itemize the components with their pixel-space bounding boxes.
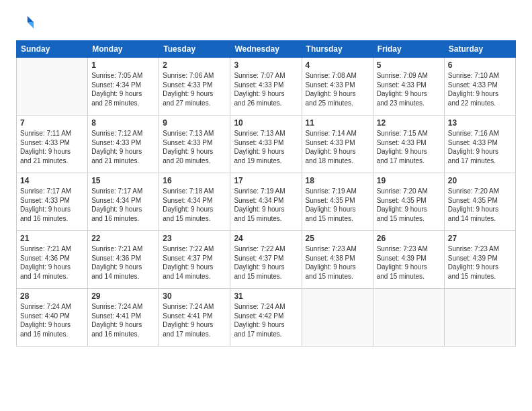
day-info: Sunrise: 7:21 AM Sunset: 4:36 PM Dayligh… [91, 244, 155, 281]
day-number: 7 [20, 118, 84, 128]
calendar-cell: 10Sunrise: 7:13 AM Sunset: 4:33 PM Dayli… [230, 116, 302, 173]
header [16, 13, 516, 32]
day-info: Sunrise: 7:07 AM Sunset: 4:33 PM Dayligh… [234, 71, 298, 107]
calendar-cell: 9Sunrise: 7:13 AM Sunset: 4:33 PM Daylig… [159, 116, 230, 173]
calendar-header: SundayMondayTuesdayWednesdayThursdayFrid… [17, 41, 516, 58]
day-info: Sunrise: 7:23 AM Sunset: 4:39 PM Dayligh… [448, 244, 512, 281]
calendar-cell: 29Sunrise: 7:24 AM Sunset: 4:41 PM Dayli… [88, 289, 159, 347]
day-info: Sunrise: 7:21 AM Sunset: 4:36 PM Dayligh… [20, 244, 84, 281]
calendar-week-row: 1Sunrise: 7:05 AM Sunset: 4:34 PM Daylig… [17, 58, 516, 116]
day-info: Sunrise: 7:10 AM Sunset: 4:33 PM Dayligh… [448, 71, 512, 107]
day-number: 25 [306, 234, 369, 243]
day-number: 14 [20, 176, 84, 185]
day-number: 16 [163, 176, 226, 185]
day-number: 4 [306, 60, 369, 70]
day-number: 9 [163, 118, 226, 128]
day-info: Sunrise: 7:16 AM Sunset: 4:33 PM Dayligh… [448, 129, 512, 165]
logo [16, 13, 38, 32]
calendar-cell: 1Sunrise: 7:05 AM Sunset: 4:34 PM Daylig… [88, 58, 159, 116]
day-number: 31 [234, 291, 298, 301]
calendar-cell: 11Sunrise: 7:14 AM Sunset: 4:33 PM Dayli… [302, 116, 373, 173]
day-number: 20 [448, 176, 512, 185]
calendar-cell: 16Sunrise: 7:18 AM Sunset: 4:34 PM Dayli… [159, 173, 230, 231]
calendar-cell: 7Sunrise: 7:11 AM Sunset: 4:33 PM Daylig… [17, 116, 88, 173]
weekday-header-row: SundayMondayTuesdayWednesdayThursdayFrid… [17, 41, 516, 58]
day-number: 30 [163, 291, 226, 301]
calendar-cell: 3Sunrise: 7:07 AM Sunset: 4:33 PM Daylig… [230, 58, 302, 116]
calendar-cell: 6Sunrise: 7:10 AM Sunset: 4:33 PM Daylig… [444, 58, 515, 116]
day-info: Sunrise: 7:20 AM Sunset: 4:35 PM Dayligh… [448, 187, 512, 223]
day-number: 3 [234, 60, 298, 70]
day-info: Sunrise: 7:22 AM Sunset: 4:37 PM Dayligh… [163, 244, 226, 281]
calendar-cell [444, 289, 515, 347]
day-number: 15 [91, 176, 155, 185]
day-info: Sunrise: 7:19 AM Sunset: 4:34 PM Dayligh… [234, 187, 298, 223]
calendar-cell [373, 289, 444, 347]
day-info: Sunrise: 7:13 AM Sunset: 4:33 PM Dayligh… [163, 129, 226, 165]
calendar-cell: 12Sunrise: 7:15 AM Sunset: 4:33 PM Dayli… [373, 116, 444, 173]
calendar-cell: 30Sunrise: 7:24 AM Sunset: 4:41 PM Dayli… [159, 289, 230, 347]
calendar-cell: 14Sunrise: 7:17 AM Sunset: 4:33 PM Dayli… [17, 173, 88, 231]
logo-icon [16, 13, 35, 32]
day-info: Sunrise: 7:17 AM Sunset: 4:33 PM Dayligh… [20, 187, 84, 223]
calendar-cell: 31Sunrise: 7:24 AM Sunset: 4:42 PM Dayli… [230, 289, 302, 347]
calendar-cell: 17Sunrise: 7:19 AM Sunset: 4:34 PM Dayli… [230, 173, 302, 231]
calendar-cell: 27Sunrise: 7:23 AM Sunset: 4:39 PM Dayli… [444, 231, 515, 289]
day-number: 24 [234, 234, 298, 243]
day-info: Sunrise: 7:05 AM Sunset: 4:34 PM Dayligh… [91, 71, 155, 107]
day-info: Sunrise: 7:20 AM Sunset: 4:35 PM Dayligh… [377, 187, 441, 223]
day-number: 8 [91, 118, 155, 128]
calendar-body: 1Sunrise: 7:05 AM Sunset: 4:34 PM Daylig… [17, 58, 516, 347]
day-number: 17 [234, 176, 298, 185]
day-info: Sunrise: 7:12 AM Sunset: 4:33 PM Dayligh… [91, 129, 155, 165]
calendar-cell: 18Sunrise: 7:19 AM Sunset: 4:35 PM Dayli… [302, 173, 373, 231]
calendar-cell: 13Sunrise: 7:16 AM Sunset: 4:33 PM Dayli… [444, 116, 515, 173]
day-number: 28 [20, 291, 84, 301]
day-info: Sunrise: 7:11 AM Sunset: 4:33 PM Dayligh… [20, 129, 84, 165]
page: SundayMondayTuesdayWednesdayThursdayFrid… [0, 0, 532, 411]
day-number: 11 [306, 118, 369, 128]
day-number: 2 [163, 60, 226, 70]
day-info: Sunrise: 7:19 AM Sunset: 4:35 PM Dayligh… [306, 187, 369, 223]
weekday-header-cell: Thursday [302, 41, 373, 58]
day-number: 29 [91, 291, 155, 301]
day-info: Sunrise: 7:22 AM Sunset: 4:37 PM Dayligh… [234, 244, 298, 281]
calendar-cell [17, 58, 88, 116]
day-info: Sunrise: 7:15 AM Sunset: 4:33 PM Dayligh… [377, 129, 441, 165]
day-info: Sunrise: 7:18 AM Sunset: 4:34 PM Dayligh… [163, 187, 226, 223]
day-info: Sunrise: 7:13 AM Sunset: 4:33 PM Dayligh… [234, 129, 298, 165]
day-info: Sunrise: 7:24 AM Sunset: 4:40 PM Dayligh… [20, 302, 84, 338]
weekday-header-cell: Saturday [444, 41, 515, 58]
day-number: 26 [377, 234, 441, 243]
calendar-cell: 23Sunrise: 7:22 AM Sunset: 4:37 PM Dayli… [159, 231, 230, 289]
calendar-cell: 24Sunrise: 7:22 AM Sunset: 4:37 PM Dayli… [230, 231, 302, 289]
day-number: 22 [91, 234, 155, 243]
svg-marker-1 [28, 22, 34, 28]
day-info: Sunrise: 7:24 AM Sunset: 4:42 PM Dayligh… [234, 302, 298, 338]
calendar-cell: 15Sunrise: 7:17 AM Sunset: 4:34 PM Dayli… [88, 173, 159, 231]
day-info: Sunrise: 7:24 AM Sunset: 4:41 PM Dayligh… [163, 302, 226, 338]
svg-marker-0 [28, 16, 34, 22]
calendar-cell: 22Sunrise: 7:21 AM Sunset: 4:36 PM Dayli… [88, 231, 159, 289]
weekday-header-cell: Tuesday [159, 41, 230, 58]
calendar-cell [302, 289, 373, 347]
calendar-cell: 21Sunrise: 7:21 AM Sunset: 4:36 PM Dayli… [17, 231, 88, 289]
day-number: 5 [377, 60, 441, 70]
calendar-cell: 25Sunrise: 7:23 AM Sunset: 4:38 PM Dayli… [302, 231, 373, 289]
day-number: 19 [377, 176, 441, 185]
calendar-cell: 2Sunrise: 7:06 AM Sunset: 4:33 PM Daylig… [159, 58, 230, 116]
calendar-cell: 4Sunrise: 7:08 AM Sunset: 4:33 PM Daylig… [302, 58, 373, 116]
day-info: Sunrise: 7:23 AM Sunset: 4:38 PM Dayligh… [306, 244, 369, 281]
day-number: 21 [20, 234, 84, 243]
weekday-header-cell: Sunday [17, 41, 88, 58]
calendar-cell: 26Sunrise: 7:23 AM Sunset: 4:39 PM Dayli… [373, 231, 444, 289]
day-number: 18 [306, 176, 369, 185]
calendar-cell: 20Sunrise: 7:20 AM Sunset: 4:35 PM Dayli… [444, 173, 515, 231]
calendar-week-row: 14Sunrise: 7:17 AM Sunset: 4:33 PM Dayli… [17, 173, 516, 231]
calendar-week-row: 21Sunrise: 7:21 AM Sunset: 4:36 PM Dayli… [17, 231, 516, 289]
day-info: Sunrise: 7:14 AM Sunset: 4:33 PM Dayligh… [306, 129, 369, 165]
calendar-cell: 28Sunrise: 7:24 AM Sunset: 4:40 PM Dayli… [17, 289, 88, 347]
calendar-cell: 5Sunrise: 7:09 AM Sunset: 4:33 PM Daylig… [373, 58, 444, 116]
calendar-cell: 8Sunrise: 7:12 AM Sunset: 4:33 PM Daylig… [88, 116, 159, 173]
day-info: Sunrise: 7:17 AM Sunset: 4:34 PM Dayligh… [91, 187, 155, 223]
